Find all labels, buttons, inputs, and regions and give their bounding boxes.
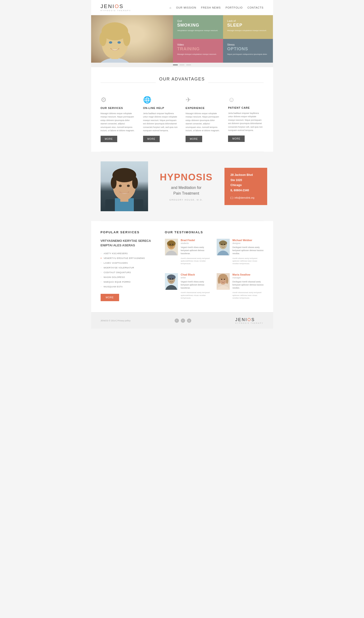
footer-logo-sub: HYPNOSIS THERAPY — [235, 322, 263, 324]
testimonial-role-maria: manager — [233, 276, 264, 279]
social-twitter-icon[interactable]: t — [181, 318, 185, 323]
svg-point-22 — [172, 244, 173, 245]
svg-point-7 — [117, 41, 121, 44]
hero-cell-pre-0: Quit — [177, 19, 219, 22]
svg-point-6 — [109, 41, 112, 44]
hero-person-svg — [91, 15, 139, 63]
nav-fresh-news[interactable]: FRESH NEWS — [201, 6, 221, 9]
hero-cell-pre-2: Video — [177, 43, 219, 46]
service-item-7: NIUSQUAM ESTA — [101, 284, 156, 289]
nav-our-mission[interactable]: OUR MISSION — [176, 6, 196, 9]
testimonials-section: OUR TESTIMONIALS — [165, 230, 264, 303]
testimonial-maria: Maria Swallow manager Declegast riveriti… — [217, 273, 264, 299]
hero-slider: Quit SMOKING Veluptalese sasagni doloque… — [91, 15, 273, 67]
smile-icon: ☺ — [228, 96, 263, 104]
social-facebook-icon[interactable]: f — [175, 318, 179, 323]
avatar-brad — [165, 239, 178, 255]
testimonial-name-brad: Brad Fiedel — [181, 239, 212, 242]
dot-2[interactable] — [180, 65, 184, 65]
hero-cell-title-1: SLEEP — [227, 23, 269, 28]
testimonial-role-michael: designer — [233, 242, 264, 244]
hero-cell-options[interactable]: Stress OPTIONS Nique porrisquam estiquor… — [223, 39, 273, 63]
service-item-5: MAGNI DOLORESO — [101, 275, 156, 280]
header: JENIOS HYPNOSIS THERAPY ⌂ OUR MISSION FR… — [91, 0, 273, 15]
testimonial-secondary-maria: riveriti vitaseasead asety kertyaset api… — [233, 291, 264, 299]
testimonial-text-chad: Vegast riveriti vitsea asety kertyaset a… — [181, 280, 212, 289]
hero-cell-title-0: SMOKING — [177, 23, 219, 28]
avatar-chad — [165, 273, 178, 290]
testimonial-content-maria: Maria Swallow manager Declegast riveriti… — [233, 273, 264, 299]
svg-point-34 — [172, 278, 173, 280]
service-list: ASETY KSCARESERS VENERTYU ERSVITAE ERTYA… — [101, 251, 156, 289]
main-nav: ⌂ OUR MISSION FRESH NEWS PORTFOLIO CONTA… — [169, 6, 263, 9]
service-item-1: VENERTYU ERSVITAE ERTYASNEMO — [101, 256, 156, 261]
email-icon — [230, 197, 233, 199]
globe-icon: 🌐 — [143, 96, 178, 104]
hypnosis-section: HYPNOSIS and Meditation for Pain Treatme… — [91, 152, 273, 221]
title-line-left — [101, 83, 156, 83]
advantage-title-3: PATIENT CARE — [228, 106, 263, 109]
svg-point-4 — [99, 32, 106, 46]
svg-point-16 — [127, 185, 130, 187]
services-more-button[interactable]: More — [101, 294, 119, 301]
home-icon: ⌂ — [169, 6, 171, 9]
nav-home[interactable]: ⌂ — [169, 6, 171, 9]
svg-point-19 — [167, 241, 176, 246]
testimonial-michael: Michael Webber designer Declegast riveri… — [217, 239, 264, 265]
svg-point-15 — [119, 185, 122, 187]
dot-1[interactable] — [173, 65, 178, 65]
svg-point-42 — [224, 279, 225, 280]
social-google-icon[interactable]: g — [187, 318, 191, 323]
hypnosis-content: HYPNOSIS and Meditation for Pain Treatme… — [155, 167, 218, 206]
nav-contacts[interactable]: CONTACTS — [247, 6, 264, 9]
testimonial-text-michael: Declegast riveriti vitasea asety kertyas… — [233, 246, 264, 255]
svg-point-5 — [123, 32, 130, 46]
hero-content: Quit SMOKING Veluptalese sasagni doloque… — [91, 15, 273, 63]
more-button-3[interactable]: More — [228, 135, 245, 142]
svg-point-25 — [219, 241, 227, 245]
avatar-maria — [217, 273, 230, 290]
service-item-0: ASETY KSCARESERS — [101, 251, 156, 256]
advantage-experience: ✈ EXPERIENCE Masagni dolores esque volup… — [186, 96, 221, 142]
hypnosis-person-svg — [101, 161, 148, 211]
svg-point-27 — [221, 244, 222, 245]
more-button-0[interactable]: More — [101, 136, 117, 142]
hero-cell-sleep[interactable]: Lack of SLEEP Masagni doloque voluptates… — [223, 15, 273, 39]
testimonial-role-brad: students — [181, 242, 212, 244]
service-item-2: LASEC VASPTAIADES — [101, 261, 156, 265]
avatar-michael — [217, 239, 230, 255]
testimonial-name-michael: Michael Webber — [233, 239, 264, 242]
svg-point-38 — [218, 277, 220, 284]
svg-point-14 — [132, 177, 138, 189]
dot-3[interactable] — [186, 65, 191, 65]
hero-cell-text-1: Masagni doloque voluptatese msequi nesci… — [227, 29, 269, 32]
advantage-title-1: ON-LINE HELP — [143, 106, 178, 109]
hero-cell-title-3: OPTIONS — [227, 47, 269, 52]
hero-cell-title-2: TRAINING — [177, 47, 219, 52]
hypnosis-title: HYPNOSIS — [160, 172, 213, 183]
testimonials-title: OUR TESTIMONIALS — [165, 230, 264, 234]
testimonial-content-brad: Brad Fiedel students Vegast riveriti vit… — [181, 239, 212, 265]
advantages-title: OUR ADVANTAGES — [159, 77, 205, 82]
testimonial-name-chad: Chad Black — [181, 273, 212, 276]
gear-icon: ⚙ — [101, 96, 136, 104]
hero-cell-training[interactable]: Video TRAINING Masagni doloque voluptate… — [173, 39, 223, 63]
services-tagline: VRTYASNEMO KERYTAE SERECA ENIPTAI ALES A… — [101, 239, 156, 247]
address: 28 Jackson Blvd Ste 1020 Chicago IL 6060… — [230, 172, 261, 193]
more-button-2[interactable]: More — [186, 136, 202, 142]
hypnosis-person-image — [101, 161, 148, 211]
hero-cell-text-0: Veluptalese sasagni doloquese msequi nes… — [177, 29, 219, 32]
advantage-our-services: ⚙ OUR SERVICES Masagni dolores esque vol… — [101, 96, 136, 142]
testimonial-text-maria: Declegast riveriti vitasead asety kertya… — [233, 280, 264, 289]
nav-portfolio[interactable]: PORTFOLIO — [225, 6, 243, 9]
hero-cell-smoking[interactable]: Quit SMOKING Veluptalese sasagni doloque… — [173, 15, 223, 39]
advantage-text-3: Jerta baditaut onquser kaytbrera untur d… — [228, 112, 263, 132]
title-line-right — [208, 83, 263, 83]
hero-cell-pre-1: Lack of — [227, 19, 269, 22]
svg-point-39 — [226, 277, 228, 284]
testimonial-name-maria: Maria Swallow — [233, 273, 264, 276]
contact-box: 28 Jackson Blvd Ste 1020 Chicago IL 6060… — [224, 168, 267, 205]
hero-cell-pre-3: Stress — [227, 43, 269, 46]
more-button-1[interactable]: More — [143, 136, 160, 142]
hero-cell-text-2: Masagni doloque voluptatese msequi nesci… — [177, 53, 219, 55]
